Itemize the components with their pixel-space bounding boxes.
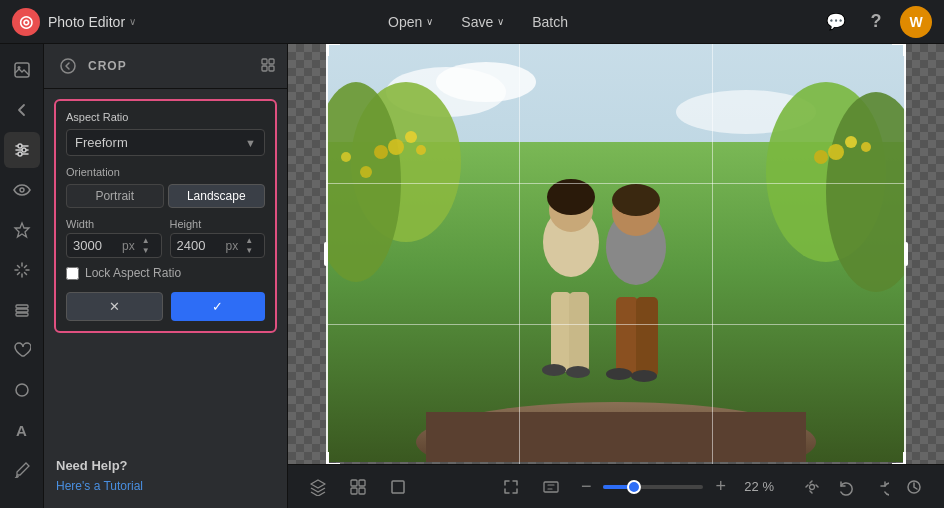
main-area: A CROP <box>0 44 944 508</box>
orientation-buttons: Portrait Landscape <box>66 184 265 208</box>
star-icon <box>13 221 31 239</box>
zoom-slider-thumb[interactable] <box>627 480 641 494</box>
sidebar-item-heart[interactable] <box>4 332 40 368</box>
expand-icon <box>261 58 275 72</box>
undo-button[interactable] <box>832 473 860 501</box>
chat-button[interactable]: 💬 <box>820 6 852 38</box>
crop-panel: CROP Aspect Ratio Freeform 1:1 4:3 <box>44 44 288 508</box>
width-down-button[interactable]: ▼ <box>139 246 153 256</box>
help-button[interactable]: ? <box>860 6 892 38</box>
crop-confirm-button[interactable]: ✓ <box>171 292 266 321</box>
avatar[interactable]: W <box>900 6 932 38</box>
width-unit: px <box>122 239 139 253</box>
aspect-ratio-dropdown[interactable]: Freeform 1:1 4:3 16:9 3:2 ▼ <box>66 129 265 156</box>
help-icon: ? <box>871 11 882 32</box>
sidebar-item-shape[interactable] <box>4 372 40 408</box>
open-chevron: ∨ <box>426 16 433 27</box>
crop-panel-content: Aspect Ratio Freeform 1:1 4:3 16:9 3:2 ▼… <box>44 89 287 343</box>
sidebar-item-brush[interactable] <box>4 452 40 488</box>
open-label: Open <box>388 14 422 30</box>
save-button[interactable]: Save ∨ <box>451 10 514 34</box>
zoom-controls: − + 22 % <box>577 476 774 497</box>
topbar: ◎ Photo Editor ∨ Open ∨ Save ∨ Batch 💬 ?… <box>0 0 944 44</box>
layers-bottom-button[interactable] <box>304 473 332 501</box>
zoom-slider-track[interactable] <box>603 485 703 489</box>
aspect-ratio-select[interactable]: Freeform 1:1 4:3 16:9 3:2 <box>75 135 245 150</box>
grid-bottom-button[interactable] <box>344 473 372 501</box>
sidebar-item-text[interactable]: A <box>4 412 40 448</box>
svg-point-5 <box>18 144 22 148</box>
zoom-fit-button[interactable] <box>537 473 565 501</box>
svg-point-21 <box>436 62 536 102</box>
svg-point-36 <box>360 166 372 178</box>
sidebar-item-image[interactable] <box>4 52 40 88</box>
svg-rect-39 <box>426 412 806 462</box>
panel-title: CROP <box>88 59 253 73</box>
back-arrow-icon <box>13 101 31 119</box>
sidebar-item-effects[interactable] <box>4 252 40 288</box>
redo-icon <box>871 478 889 496</box>
confirm-icon: ✓ <box>212 299 223 314</box>
transform-button[interactable] <box>798 473 826 501</box>
orientation-label: Orientation <box>66 166 265 178</box>
svg-point-28 <box>388 139 404 155</box>
help-section: Need Help? Here's a Tutorial <box>44 444 287 508</box>
height-input[interactable] <box>171 234 226 257</box>
landscape-button[interactable]: Landscape <box>168 184 266 208</box>
sidebar-item-eye[interactable] <box>4 172 40 208</box>
svg-rect-54 <box>351 480 357 486</box>
svg-point-60 <box>810 484 815 489</box>
svg-rect-16 <box>269 59 274 64</box>
layers-icon <box>13 301 31 319</box>
help-title: Need Help? <box>56 458 275 473</box>
avatar-letter: W <box>909 14 922 30</box>
left-sidebar: A <box>0 44 44 508</box>
help-link[interactable]: Here's a Tutorial <box>56 479 143 493</box>
canvas-main[interactable] <box>288 44 944 464</box>
cancel-icon: ✕ <box>109 299 120 314</box>
svg-point-33 <box>845 136 857 148</box>
crop-cancel-button[interactable]: ✕ <box>66 292 163 321</box>
grid-bottom-icon <box>349 478 367 496</box>
sidebar-item-back[interactable] <box>4 92 40 128</box>
batch-button[interactable]: Batch <box>522 10 578 34</box>
svg-point-31 <box>416 145 426 155</box>
height-down-button[interactable]: ▼ <box>242 246 256 256</box>
undo-icon <box>837 478 855 496</box>
lock-checkbox[interactable] <box>66 267 79 280</box>
panel-maximize-button[interactable] <box>261 58 275 75</box>
width-up-button[interactable]: ▲ <box>139 236 153 246</box>
svg-point-14 <box>61 59 75 73</box>
svg-rect-12 <box>16 313 28 316</box>
panel-header: CROP <box>44 44 287 89</box>
open-button[interactable]: Open ∨ <box>378 10 443 34</box>
fit-button[interactable] <box>497 473 525 501</box>
landscape-label: Landscape <box>187 189 246 203</box>
square-bottom-icon <box>389 478 407 496</box>
sidebar-item-layers[interactable] <box>4 292 40 328</box>
app-name-chevron[interactable]: ∨ <box>129 16 136 27</box>
layers-bottom-icon <box>309 478 327 496</box>
svg-rect-17 <box>262 66 267 71</box>
redo-button[interactable] <box>866 473 894 501</box>
svg-rect-55 <box>359 480 365 486</box>
square-bottom-button[interactable] <box>384 473 412 501</box>
sidebar-item-star[interactable] <box>4 212 40 248</box>
sidebar-item-adjust[interactable] <box>4 132 40 168</box>
panel-back-button[interactable] <box>56 54 80 78</box>
zoom-fit-icon <box>542 478 560 496</box>
width-input[interactable] <box>67 234 122 257</box>
zoom-minus-icon: − <box>581 476 592 496</box>
back-circle-icon <box>60 58 76 74</box>
portrait-button[interactable]: Portrait <box>66 184 164 208</box>
app-name-group: Photo Editor ∨ <box>48 14 136 30</box>
height-up-button[interactable]: ▲ <box>242 236 256 246</box>
crop-action-buttons: ✕ ✓ <box>66 292 265 321</box>
photo-container <box>326 44 906 464</box>
lock-row: Lock Aspect Ratio <box>66 266 265 280</box>
zoom-out-button[interactable]: − <box>577 476 596 497</box>
zoom-in-button[interactable]: + <box>711 476 730 497</box>
history-button[interactable] <box>900 473 928 501</box>
svg-point-6 <box>22 148 26 152</box>
bottom-bar: − + 22 % <box>288 464 944 508</box>
